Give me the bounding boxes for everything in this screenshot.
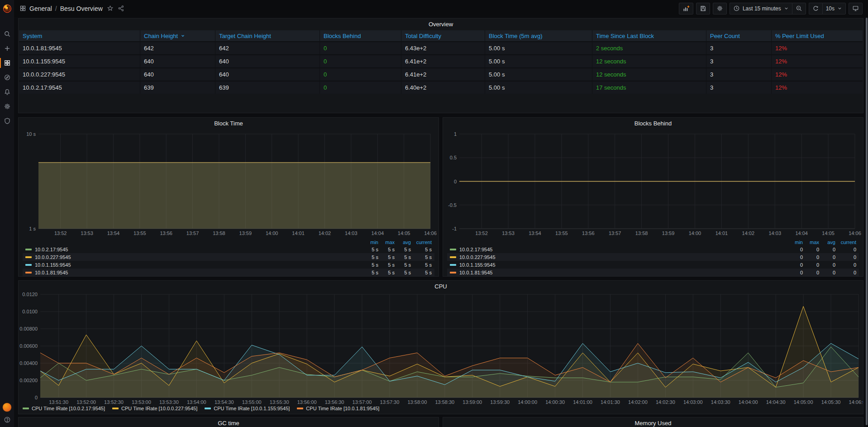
grafana-logo[interactable] [0, 0, 14, 17]
svg-text:14:06: 14:06 [849, 230, 861, 236]
column-header-peer-count[interactable]: Peer Count [706, 30, 771, 41]
column-header-time-since-last-block[interactable]: Time Since Last Block [592, 30, 706, 41]
column-header-system[interactable]: System [19, 30, 140, 41]
sidebar-item-create[interactable] [0, 41, 14, 56]
legend-stat-header-min[interactable]: min [787, 240, 803, 245]
panel-title-block-time[interactable]: Block Time [19, 118, 439, 129]
sidebar-item-configuration[interactable] [0, 99, 14, 114]
svg-text:14:05: 14:05 [822, 230, 835, 236]
cycle-view-mode-button[interactable] [849, 3, 863, 14]
sidebar-item-alerting[interactable] [0, 85, 14, 99]
panel-title-cpu[interactable]: CPU [19, 281, 863, 292]
scrollbar-thumb[interactable] [866, 18, 868, 425]
star-button[interactable] [107, 5, 114, 12]
column-header-block-time-5m-avg-[interactable]: Block Time (5m avg) [485, 30, 592, 41]
panel-title-gc-time[interactable]: GC time [19, 417, 439, 427]
compass-icon [4, 74, 11, 81]
column-header-chain-height[interactable]: Chain Height [140, 30, 215, 41]
sidebar-item-dashboards[interactable] [0, 56, 14, 70]
svg-text:13:53:30: 13:53:30 [159, 399, 179, 405]
zoom-out-button[interactable] [792, 3, 806, 14]
legend-series-name[interactable]: 10.0.1.81:9545 [25, 270, 362, 275]
column-header--peer-limit-used[interactable]: % Peer Limit Used [771, 30, 863, 41]
panel-title-blocks-behind[interactable]: Blocks Behind [443, 118, 863, 129]
legend-row: 10.0.1.81:95455 s5 s5 s5 s [23, 269, 434, 276]
table-cell: 12% [771, 41, 863, 54]
legend-stat-header-avg[interactable]: avg [395, 240, 411, 245]
panel-gc-time: GC time [18, 417, 439, 427]
table-cell: 2 seconds [592, 41, 706, 54]
save-icon [700, 5, 706, 12]
legend-series-name[interactable]: 10.0.0.227:9545 [25, 254, 362, 260]
top-navbar: General / Besu Overview Last 15 minutes [14, 0, 868, 17]
column-header-target-chain-height[interactable]: Target Chain Height [215, 30, 320, 41]
refresh-interval-picker[interactable]: 10s [822, 3, 846, 14]
legend-stat-value: 0 [803, 270, 819, 275]
clock-icon [733, 5, 740, 12]
overview-table: SystemChain HeightTarget Chain HeightBlo… [19, 30, 863, 94]
block-time-chart[interactable]: 10 s1 s13:5213:5313:5413:5513:5613:5713:… [19, 129, 439, 239]
legend-series-name[interactable]: 10.0.1.155:9545 [450, 262, 787, 268]
legend-stat-header-current[interactable]: current [835, 240, 856, 245]
panel-title-overview[interactable]: Overview [19, 19, 863, 29]
legend-stat-header-current[interactable]: current [411, 240, 432, 245]
cpu-legend-entry[interactable]: CPU Time IRate [10.0.0.227:9545] [112, 406, 197, 411]
svg-text:13:55: 13:55 [555, 230, 568, 236]
legend-stat-value: 5 s [395, 270, 411, 275]
legend-stat-header-max[interactable]: max [803, 240, 819, 245]
legend-series-name[interactable]: 10.0.2.17:9545 [25, 247, 362, 252]
user-avatar[interactable] [2, 403, 12, 412]
sidebar-item-explore[interactable] [0, 70, 14, 85]
page-scrollbar[interactable] [865, 17, 868, 427]
svg-text:13:58: 13:58 [635, 230, 648, 236]
legend-stat-value: 5 s [411, 262, 432, 268]
sidebar-item-search[interactable] [0, 27, 14, 41]
save-dashboard-button[interactable] [696, 3, 710, 14]
svg-text:13:57:30: 13:57:30 [380, 399, 400, 405]
table-cell: 17 seconds [592, 81, 706, 94]
svg-text:13:52:00: 13:52:00 [76, 399, 96, 405]
breadcrumb-section[interactable]: General [29, 5, 52, 12]
help-menu[interactable] [4, 416, 11, 423]
column-header-blocks-behind[interactable]: Blocks Behind [320, 30, 401, 41]
svg-text:14:00:30: 14:00:30 [545, 399, 565, 405]
shield-icon [4, 117, 11, 125]
legend-stat-header-max[interactable]: max [378, 240, 395, 245]
cpu-legend-entry[interactable]: CPU Time IRate [10.0.2.17:9545] [23, 406, 105, 411]
table-cell: 0 [320, 81, 401, 94]
svg-text:13:53: 13:53 [502, 230, 515, 236]
panel-title-memory-used[interactable]: Memory Used [443, 417, 863, 427]
svg-text:13:57: 13:57 [186, 230, 199, 236]
column-header-total-difficulty[interactable]: Total Difficulty [401, 30, 485, 41]
legend-series-label: 10.0.2.17:9545 [35, 247, 68, 252]
legend-series-name[interactable]: 10.0.1.155:9545 [25, 262, 362, 268]
legend-stat-header-min[interactable]: min [362, 240, 378, 245]
legend-series-name[interactable]: 10.0.2.17:9545 [450, 247, 787, 252]
dashboard-settings-button[interactable] [713, 3, 727, 14]
cpu-chart[interactable]: 0.01200.01000.008000.006000.004000.00200… [19, 291, 863, 407]
legend-stat-value: 5 s [395, 247, 411, 252]
svg-text:13:57:00: 13:57:00 [353, 399, 372, 405]
chart-svg: 10.50-0.5-113:5213:5313:5413:5513:5613:5… [443, 129, 864, 239]
refresh-button[interactable] [809, 3, 822, 14]
sort-caret-icon [181, 34, 185, 38]
time-range-picker[interactable]: Last 15 minutes [730, 3, 792, 14]
sidebar-item-server-admin[interactable] [0, 114, 14, 128]
table-cell: 6.43e+2 [401, 41, 485, 54]
cpu-legend-entry[interactable]: CPU Time IRate [10.0.1.155:9545] [205, 406, 290, 411]
svg-text:14:04: 14:04 [371, 230, 384, 236]
svg-text:1: 1 [454, 131, 457, 137]
legend-series-name[interactable]: 10.0.1.81:9545 [450, 270, 787, 275]
blocks-behind-chart[interactable]: 10.50-0.5-113:5213:5313:5413:5513:5613:5… [443, 129, 864, 239]
share-button[interactable] [118, 5, 124, 12]
add-panel-button[interactable] [679, 3, 693, 14]
legend-stat-value: 5 s [362, 247, 378, 252]
gear-icon [4, 103, 11, 110]
legend-stat-header-avg[interactable]: avg [819, 240, 835, 245]
cpu-legend-entry[interactable]: CPU Time IRate [10.0.1.81:9545] [297, 406, 379, 411]
legend-series-name[interactable]: 10.0.0.227:9545 [450, 254, 787, 260]
svg-text:13:52: 13:52 [475, 230, 488, 236]
legend-stat-value: 0 [787, 254, 803, 260]
svg-text:13:58:30: 13:58:30 [435, 399, 454, 405]
breadcrumb-title[interactable]: Besu Overview [60, 5, 103, 12]
